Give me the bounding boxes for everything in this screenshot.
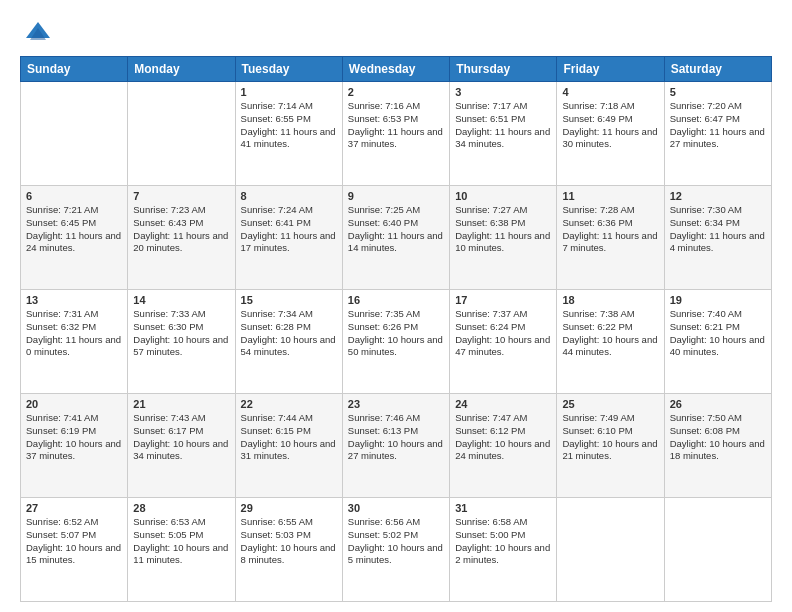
calendar-cell: 10Sunrise: 7:27 AM Sunset: 6:38 PM Dayli… (450, 186, 557, 290)
cell-content: Sunrise: 7:47 AM Sunset: 6:12 PM Dayligh… (455, 412, 551, 463)
weekday-header-saturday: Saturday (664, 57, 771, 82)
weekday-header-row: SundayMondayTuesdayWednesdayThursdayFrid… (21, 57, 772, 82)
calendar-cell: 16Sunrise: 7:35 AM Sunset: 6:26 PM Dayli… (342, 290, 449, 394)
cell-content: Sunrise: 7:16 AM Sunset: 6:53 PM Dayligh… (348, 100, 444, 151)
cell-content: Sunrise: 6:52 AM Sunset: 5:07 PM Dayligh… (26, 516, 122, 567)
calendar-cell: 1Sunrise: 7:14 AM Sunset: 6:55 PM Daylig… (235, 82, 342, 186)
cell-content: Sunrise: 7:28 AM Sunset: 6:36 PM Dayligh… (562, 204, 658, 255)
cell-content: Sunrise: 6:55 AM Sunset: 5:03 PM Dayligh… (241, 516, 337, 567)
calendar-cell: 20Sunrise: 7:41 AM Sunset: 6:19 PM Dayli… (21, 394, 128, 498)
calendar-cell (21, 82, 128, 186)
day-number: 17 (455, 294, 551, 306)
day-number: 12 (670, 190, 766, 202)
cell-content: Sunrise: 7:14 AM Sunset: 6:55 PM Dayligh… (241, 100, 337, 151)
day-number: 28 (133, 502, 229, 514)
day-number: 1 (241, 86, 337, 98)
calendar-cell: 8Sunrise: 7:24 AM Sunset: 6:41 PM Daylig… (235, 186, 342, 290)
day-number: 6 (26, 190, 122, 202)
weekday-header-sunday: Sunday (21, 57, 128, 82)
day-number: 15 (241, 294, 337, 306)
calendar-cell: 29Sunrise: 6:55 AM Sunset: 5:03 PM Dayli… (235, 498, 342, 602)
logo-icon (24, 18, 52, 46)
cell-content: Sunrise: 7:43 AM Sunset: 6:17 PM Dayligh… (133, 412, 229, 463)
day-number: 21 (133, 398, 229, 410)
cell-content: Sunrise: 7:46 AM Sunset: 6:13 PM Dayligh… (348, 412, 444, 463)
day-number: 5 (670, 86, 766, 98)
day-number: 27 (26, 502, 122, 514)
calendar-cell: 25Sunrise: 7:49 AM Sunset: 6:10 PM Dayli… (557, 394, 664, 498)
cell-content: Sunrise: 6:58 AM Sunset: 5:00 PM Dayligh… (455, 516, 551, 567)
cell-content: Sunrise: 7:50 AM Sunset: 6:08 PM Dayligh… (670, 412, 766, 463)
cell-content: Sunrise: 7:24 AM Sunset: 6:41 PM Dayligh… (241, 204, 337, 255)
calendar-week-row: 13Sunrise: 7:31 AM Sunset: 6:32 PM Dayli… (21, 290, 772, 394)
calendar-cell: 2Sunrise: 7:16 AM Sunset: 6:53 PM Daylig… (342, 82, 449, 186)
calendar-table: SundayMondayTuesdayWednesdayThursdayFrid… (20, 56, 772, 602)
header (20, 18, 772, 46)
calendar-cell: 11Sunrise: 7:28 AM Sunset: 6:36 PM Dayli… (557, 186, 664, 290)
cell-content: Sunrise: 7:31 AM Sunset: 6:32 PM Dayligh… (26, 308, 122, 359)
calendar-week-row: 20Sunrise: 7:41 AM Sunset: 6:19 PM Dayli… (21, 394, 772, 498)
calendar-cell: 22Sunrise: 7:44 AM Sunset: 6:15 PM Dayli… (235, 394, 342, 498)
cell-content: Sunrise: 7:23 AM Sunset: 6:43 PM Dayligh… (133, 204, 229, 255)
calendar-cell: 14Sunrise: 7:33 AM Sunset: 6:30 PM Dayli… (128, 290, 235, 394)
cell-content: Sunrise: 7:35 AM Sunset: 6:26 PM Dayligh… (348, 308, 444, 359)
calendar-week-row: 6Sunrise: 7:21 AM Sunset: 6:45 PM Daylig… (21, 186, 772, 290)
calendar-cell: 4Sunrise: 7:18 AM Sunset: 6:49 PM Daylig… (557, 82, 664, 186)
day-number: 3 (455, 86, 551, 98)
weekday-header-friday: Friday (557, 57, 664, 82)
day-number: 24 (455, 398, 551, 410)
logo (20, 18, 52, 46)
day-number: 7 (133, 190, 229, 202)
calendar-cell: 27Sunrise: 6:52 AM Sunset: 5:07 PM Dayli… (21, 498, 128, 602)
calendar-cell: 31Sunrise: 6:58 AM Sunset: 5:00 PM Dayli… (450, 498, 557, 602)
cell-content: Sunrise: 7:17 AM Sunset: 6:51 PM Dayligh… (455, 100, 551, 151)
cell-content: Sunrise: 7:30 AM Sunset: 6:34 PM Dayligh… (670, 204, 766, 255)
calendar-cell: 30Sunrise: 6:56 AM Sunset: 5:02 PM Dayli… (342, 498, 449, 602)
cell-content: Sunrise: 7:20 AM Sunset: 6:47 PM Dayligh… (670, 100, 766, 151)
cell-content: Sunrise: 7:25 AM Sunset: 6:40 PM Dayligh… (348, 204, 444, 255)
cell-content: Sunrise: 7:41 AM Sunset: 6:19 PM Dayligh… (26, 412, 122, 463)
cell-content: Sunrise: 6:56 AM Sunset: 5:02 PM Dayligh… (348, 516, 444, 567)
day-number: 23 (348, 398, 444, 410)
calendar-cell: 19Sunrise: 7:40 AM Sunset: 6:21 PM Dayli… (664, 290, 771, 394)
calendar-cell: 12Sunrise: 7:30 AM Sunset: 6:34 PM Dayli… (664, 186, 771, 290)
cell-content: Sunrise: 7:21 AM Sunset: 6:45 PM Dayligh… (26, 204, 122, 255)
day-number: 10 (455, 190, 551, 202)
day-number: 30 (348, 502, 444, 514)
calendar-cell: 13Sunrise: 7:31 AM Sunset: 6:32 PM Dayli… (21, 290, 128, 394)
calendar-cell: 9Sunrise: 7:25 AM Sunset: 6:40 PM Daylig… (342, 186, 449, 290)
calendar-week-row: 1Sunrise: 7:14 AM Sunset: 6:55 PM Daylig… (21, 82, 772, 186)
page: SundayMondayTuesdayWednesdayThursdayFrid… (0, 0, 792, 612)
cell-content: Sunrise: 7:44 AM Sunset: 6:15 PM Dayligh… (241, 412, 337, 463)
day-number: 26 (670, 398, 766, 410)
cell-content: Sunrise: 7:27 AM Sunset: 6:38 PM Dayligh… (455, 204, 551, 255)
cell-content: Sunrise: 7:40 AM Sunset: 6:21 PM Dayligh… (670, 308, 766, 359)
day-number: 9 (348, 190, 444, 202)
day-number: 31 (455, 502, 551, 514)
day-number: 4 (562, 86, 658, 98)
cell-content: Sunrise: 7:37 AM Sunset: 6:24 PM Dayligh… (455, 308, 551, 359)
weekday-header-tuesday: Tuesday (235, 57, 342, 82)
calendar-cell: 26Sunrise: 7:50 AM Sunset: 6:08 PM Dayli… (664, 394, 771, 498)
day-number: 20 (26, 398, 122, 410)
weekday-header-thursday: Thursday (450, 57, 557, 82)
calendar-cell (557, 498, 664, 602)
cell-content: Sunrise: 6:53 AM Sunset: 5:05 PM Dayligh… (133, 516, 229, 567)
day-number: 11 (562, 190, 658, 202)
calendar-cell: 6Sunrise: 7:21 AM Sunset: 6:45 PM Daylig… (21, 186, 128, 290)
weekday-header-monday: Monday (128, 57, 235, 82)
day-number: 25 (562, 398, 658, 410)
day-number: 13 (26, 294, 122, 306)
calendar-cell: 5Sunrise: 7:20 AM Sunset: 6:47 PM Daylig… (664, 82, 771, 186)
weekday-header-wednesday: Wednesday (342, 57, 449, 82)
cell-content: Sunrise: 7:49 AM Sunset: 6:10 PM Dayligh… (562, 412, 658, 463)
calendar-cell: 15Sunrise: 7:34 AM Sunset: 6:28 PM Dayli… (235, 290, 342, 394)
day-number: 2 (348, 86, 444, 98)
calendar-cell: 17Sunrise: 7:37 AM Sunset: 6:24 PM Dayli… (450, 290, 557, 394)
calendar-cell: 24Sunrise: 7:47 AM Sunset: 6:12 PM Dayli… (450, 394, 557, 498)
day-number: 8 (241, 190, 337, 202)
calendar-cell: 28Sunrise: 6:53 AM Sunset: 5:05 PM Dayli… (128, 498, 235, 602)
calendar-cell: 3Sunrise: 7:17 AM Sunset: 6:51 PM Daylig… (450, 82, 557, 186)
day-number: 16 (348, 294, 444, 306)
cell-content: Sunrise: 7:33 AM Sunset: 6:30 PM Dayligh… (133, 308, 229, 359)
